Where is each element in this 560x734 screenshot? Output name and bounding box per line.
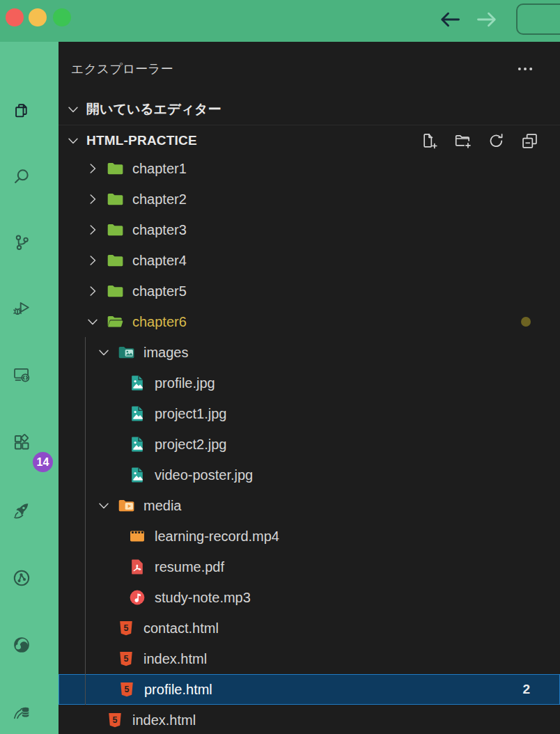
folder-icon: [106, 190, 124, 208]
tree-item-chapter3[interactable]: chapter3: [59, 214, 560, 245]
tree-item-chapter4[interactable]: chapter4: [59, 245, 560, 276]
indent-spacer: [96, 620, 117, 637]
tree-item-learning-record.mp4[interactable]: learning-record.mp4: [59, 521, 560, 552]
rocket-extension-button[interactable]: [13, 501, 46, 535]
new-file-button[interactable]: [420, 132, 439, 150]
file-tree: chapter1chapter2chapter3chapter4chapter5…: [59, 153, 560, 734]
chevron-down-icon[interactable]: [96, 497, 117, 514]
collapse-all-button[interactable]: [520, 132, 539, 150]
chevron-down-icon[interactable]: [65, 132, 86, 149]
edge-tools-button[interactable]: [13, 636, 46, 669]
item-label: index.html: [143, 651, 207, 667]
tree-item-index.html[interactable]: 5index.html: [59, 643, 560, 674]
remote-explorer-button[interactable]: [13, 366, 46, 399]
tree-item-index.html[interactable]: 5index.html: [59, 705, 560, 734]
indent-spacer: [107, 375, 128, 391]
html-file-icon: 5: [117, 619, 135, 637]
indent-spacer: [96, 650, 117, 667]
audio-file-icon: [128, 588, 146, 607]
item-label: study-note.mp3: [155, 590, 251, 606]
tree-item-media[interactable]: media: [59, 490, 560, 521]
chevron-down-icon[interactable]: [65, 101, 86, 118]
chevron-down-icon[interactable]: [96, 344, 117, 361]
item-label: chapter5: [132, 283, 187, 299]
item-label: profile.html: [144, 682, 212, 698]
share-graph-icon: [13, 569, 46, 587]
command-center-search-box[interactable]: [516, 3, 560, 35]
chevron-right-icon[interactable]: [85, 191, 106, 208]
source-control-button[interactable]: [13, 233, 46, 267]
item-label: index.html: [132, 712, 196, 728]
folder-images-icon: [117, 343, 135, 361]
open-editors-label: 開いているエディター: [86, 100, 221, 118]
html-file-icon: 5: [117, 650, 135, 668]
extensions-button[interactable]: 14: [13, 433, 46, 467]
image-file-icon: [128, 435, 146, 453]
close-window-button[interactable]: [6, 8, 24, 26]
remote-icon: [13, 366, 46, 384]
arrow-right-icon: [474, 9, 499, 30]
folder-icon: [106, 282, 124, 300]
tree-item-chapter1[interactable]: chapter1: [59, 153, 560, 184]
title-bar: [0, 0, 560, 42]
tree-item-chapter6[interactable]: chapter6: [59, 306, 560, 337]
item-label: project2.jpg: [155, 437, 226, 453]
minimize-window-button[interactable]: [29, 8, 47, 26]
indent-spacer: [107, 589, 128, 606]
tree-item-project1.jpg[interactable]: project1.jpg: [59, 398, 560, 429]
search-icon: [13, 167, 46, 185]
tree-item-project2.jpg[interactable]: project2.jpg: [59, 429, 560, 460]
search-button[interactable]: [13, 167, 46, 201]
item-label: chapter6: [132, 314, 187, 330]
chevron-right-icon[interactable]: [85, 221, 106, 238]
mysql-button[interactable]: [13, 703, 46, 734]
item-label: chapter4: [132, 253, 187, 269]
ellipsis-icon: [515, 59, 535, 79]
share-graph-extension-button[interactable]: [13, 569, 46, 602]
tree-item-resume.pdf[interactable]: resume.pdf: [59, 552, 560, 582]
chevron-right-icon[interactable]: [85, 252, 106, 269]
item-label: video-poster.jpg: [155, 467, 253, 483]
tree-item-profile.html[interactable]: 5profile.html2: [59, 674, 560, 705]
tree-item-study-note.mp3[interactable]: study-note.mp3: [59, 582, 560, 613]
rocket-icon: [13, 501, 46, 520]
files-icon: [13, 102, 46, 120]
svg-text:5: 5: [124, 623, 129, 633]
activity-bar: 14: [0, 42, 59, 734]
tree-item-chapter5[interactable]: chapter5: [59, 276, 560, 306]
project-name-label: HTML-PRACTICE: [86, 133, 197, 148]
run-and-debug-button[interactable]: [13, 299, 46, 333]
extensions-badge: 14: [33, 452, 53, 472]
chevron-right-icon[interactable]: [85, 160, 106, 177]
project-header-actions: [420, 132, 539, 150]
refresh-button[interactable]: [487, 132, 506, 150]
item-label: chapter2: [132, 192, 187, 208]
tree-item-video-poster.jpg[interactable]: video-poster.jpg: [59, 460, 560, 490]
folder-open-icon: [106, 313, 124, 331]
edge-icon: [13, 636, 46, 654]
chevron-down-icon[interactable]: [85, 313, 106, 330]
navigate-back-button[interactable]: [437, 9, 462, 30]
git-branch-icon: [13, 233, 46, 251]
tree-item-profile.jpg[interactable]: profile.jpg: [59, 368, 560, 398]
debug-icon: [13, 299, 46, 318]
explorer-pane-header: エクスプローラー: [59, 42, 560, 93]
explorer-button[interactable]: [13, 102, 46, 135]
mysql-icon: [13, 703, 46, 721]
more-actions-button[interactable]: [515, 59, 535, 79]
problems-badge: 2: [522, 682, 530, 697]
open-editors-section-header[interactable]: 開いているエディター: [59, 93, 560, 125]
tree-item-images[interactable]: images: [59, 337, 560, 368]
explorer-pane-title: エクスプローラー: [71, 61, 173, 77]
video-file-icon: [128, 527, 146, 545]
tree-item-contact.html[interactable]: 5contact.html: [59, 613, 560, 643]
html-file-icon: 5: [118, 680, 136, 698]
image-file-icon: [128, 374, 146, 392]
navigate-forward-button[interactable]: [474, 9, 499, 30]
indent-spacer: [107, 436, 128, 453]
new-folder-button[interactable]: [453, 132, 472, 150]
chevron-right-icon[interactable]: [85, 283, 106, 299]
project-section-header[interactable]: HTML-PRACTICE: [59, 125, 560, 156]
tree-item-chapter2[interactable]: chapter2: [59, 184, 560, 214]
maximize-window-button[interactable]: [53, 8, 71, 26]
